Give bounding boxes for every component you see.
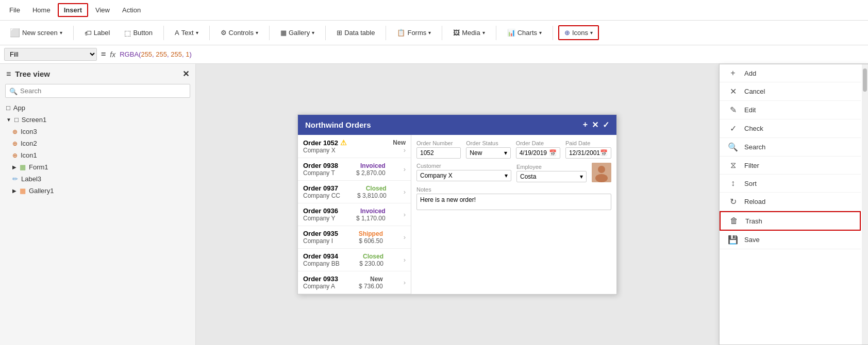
separator3 bbox=[209, 26, 210, 40]
chevron-down-icon4: ▾ bbox=[312, 30, 314, 36]
separator6 bbox=[386, 26, 386, 40]
icons-button[interactable]: ⊕ Icons ▾ bbox=[558, 25, 599, 40]
tree-item-icon1[interactable]: ⊕ Icon1 bbox=[0, 149, 195, 161]
order-number-field: Order Number 1052 bbox=[416, 140, 461, 159]
tree-item-icon2[interactable]: ⊕ Icon2 bbox=[0, 137, 195, 149]
add-icon[interactable]: + bbox=[583, 120, 588, 130]
check-icon[interactable]: ✓ bbox=[603, 120, 609, 130]
check-dropdown-icon: ✓ bbox=[728, 124, 738, 133]
menu-file[interactable]: File bbox=[4, 4, 25, 16]
paid-date-field: Paid Date 12/31/2001 📅 bbox=[565, 140, 611, 159]
dropdown-search[interactable]: 🔍 Search bbox=[720, 138, 861, 157]
order-item-0936[interactable]: Order 0936 Company Y Invoiced $ 1,170.00… bbox=[298, 203, 411, 226]
tree-item-screen1[interactable]: ▼ □ Screen1 bbox=[0, 114, 195, 126]
edit-dropdown-icon: ✎ bbox=[728, 105, 738, 115]
dropdown-label: Trash bbox=[745, 217, 762, 225]
hamburger-icon: ≡ bbox=[6, 70, 11, 79]
tree-item-label3[interactable]: ✏ Label3 bbox=[0, 173, 195, 185]
label-button[interactable]: 🏷 Label bbox=[79, 26, 116, 40]
right-panel: SCRE Scre Prop Fill Backg Imag + Add ✕ bbox=[719, 64, 868, 345]
forms-button[interactable]: 📋 Forms ▾ bbox=[391, 26, 437, 40]
canvas-area: Northwind Orders + ✕ ✓ Order 1052 ⚠ bbox=[196, 64, 719, 345]
menu-insert[interactable]: Insert bbox=[58, 3, 88, 17]
dropdown-label: Sort bbox=[744, 180, 757, 187]
charts-button[interactable]: 📊 Charts ▾ bbox=[502, 26, 547, 40]
dropdown-edit[interactable]: ✎ Edit bbox=[720, 101, 861, 119]
dropdown-save[interactable]: 💾 Save bbox=[720, 231, 861, 249]
menu-bar: File Home Insert View Action bbox=[0, 0, 868, 21]
order-item-0934[interactable]: Order 0934 Company BB Closed $ 230.00 › bbox=[298, 249, 411, 271]
notes-field: Notes Here is a new order! bbox=[416, 186, 611, 210]
dropdown-check[interactable]: ✓ Check bbox=[720, 119, 861, 138]
app-window: Northwind Orders + ✕ ✓ Order 1052 ⚠ bbox=[297, 114, 617, 295]
dropdown-sort[interactable]: ↕ Sort bbox=[720, 175, 861, 193]
scrollbar-thumb[interactable] bbox=[863, 68, 867, 92]
menu-view[interactable]: View bbox=[90, 4, 115, 16]
tree-item-gallery1[interactable]: ▶ ▦ Gallery1 bbox=[0, 185, 195, 197]
scrollbar-track[interactable] bbox=[862, 64, 868, 344]
order-item-0933[interactable]: Order 0933 Company A New $ 736.00 › bbox=[298, 271, 411, 294]
dropdown-filter[interactable]: ⧖ Filter bbox=[720, 157, 861, 175]
order-list: Order 1052 ⚠ Company X New › bbox=[298, 135, 411, 294]
dropdown-add[interactable]: + Add bbox=[720, 64, 861, 82]
text-button[interactable]: A Text ▾ bbox=[169, 26, 204, 40]
gallery1-icon: ▦ bbox=[20, 187, 26, 195]
dropdown-cancel[interactable]: ✕ Cancel bbox=[720, 82, 861, 101]
button-button[interactable]: ⬚ Button bbox=[119, 26, 158, 40]
gallery-icon: ▦ bbox=[280, 29, 287, 37]
app-icon: □ bbox=[6, 104, 10, 112]
tree-item-icon3[interactable]: ⊕ Icon3 bbox=[0, 126, 195, 137]
dropdown-label: Filter bbox=[744, 162, 759, 169]
tree-item-form1[interactable]: ▶ ▦ Form1 bbox=[0, 161, 195, 173]
close-x-icon[interactable]: ✕ bbox=[592, 120, 598, 130]
tree-item-label: Icon2 bbox=[21, 140, 37, 147]
dropdown-label: Add bbox=[744, 70, 756, 77]
close-icon[interactable]: ✕ bbox=[182, 69, 189, 79]
dropdown-trash[interactable]: 🗑 Trash bbox=[720, 211, 861, 231]
sidebar-search-input[interactable] bbox=[5, 84, 190, 98]
separator5 bbox=[325, 26, 326, 40]
icon2-icon: ⊕ bbox=[12, 140, 18, 147]
new-screen-button[interactable]: ⬜ New screen ▾ bbox=[4, 25, 68, 41]
controls-button[interactable]: ⚙ Controls ▾ bbox=[215, 26, 264, 40]
tree-item-label: Gallery1 bbox=[29, 187, 54, 195]
property-selector[interactable]: Fill bbox=[4, 48, 97, 61]
dropdown-reload[interactable]: ↻ Reload bbox=[720, 193, 861, 211]
save-dropdown-icon: 💾 bbox=[728, 235, 738, 245]
chevron-down-icon3: ▾ bbox=[256, 30, 258, 36]
reload-dropdown-icon: ↻ bbox=[728, 197, 738, 206]
dropdown-label: Reload bbox=[744, 198, 765, 205]
formula-bar: Fill = fx RGBA(255, 255, 255, 1) bbox=[0, 45, 868, 64]
order-item-0938[interactable]: Order 0938 Company T Invoiced $ 2,870.00… bbox=[298, 158, 411, 181]
menu-home[interactable]: Home bbox=[27, 4, 56, 16]
gallery-button[interactable]: ▦ Gallery ▾ bbox=[275, 26, 320, 40]
app-body: Order 1052 ⚠ Company X New › bbox=[298, 135, 616, 294]
separator9 bbox=[553, 26, 553, 40]
forms-icon: 📋 bbox=[397, 29, 405, 37]
calendar-icon: 📅 bbox=[549, 149, 557, 157]
new-screen-icon: ⬜ bbox=[10, 28, 20, 38]
dropdown-label: Check bbox=[744, 125, 763, 132]
menu-action[interactable]: Action bbox=[117, 4, 146, 16]
cancel-dropdown-icon: ✕ bbox=[728, 87, 738, 96]
media-icon: 🖼 bbox=[453, 29, 460, 37]
gallery1-expand: ▶ bbox=[12, 188, 16, 194]
search-icon: 🔍 bbox=[9, 87, 18, 95]
label-icon: 🏷 bbox=[85, 29, 92, 37]
add-dropdown-icon: + bbox=[728, 68, 738, 78]
button-icon: ⬚ bbox=[124, 29, 131, 37]
dropdown-label: Save bbox=[744, 236, 760, 244]
equals-sign: = bbox=[101, 50, 106, 59]
warning-icon: ⚠ bbox=[340, 139, 347, 147]
order-item-0937[interactable]: Order 0937 Company CC Closed $ 3,810.00 … bbox=[298, 181, 411, 203]
screen1-icon: □ bbox=[14, 116, 19, 124]
expand-arrow: ▼ bbox=[6, 117, 11, 123]
order-date-field: Order Date 4/19/2019 📅 bbox=[516, 140, 560, 159]
media-button[interactable]: 🖼 Media ▾ bbox=[447, 26, 490, 40]
data-table-button[interactable]: ⊞ Data table bbox=[331, 26, 380, 40]
order-item-0935[interactable]: Order 0935 Company I Shipped $ 606.50 › bbox=[298, 226, 411, 249]
order-item-1052[interactable]: Order 1052 ⚠ Company X New › bbox=[298, 135, 411, 158]
svg-point-1 bbox=[598, 166, 605, 173]
chevron-down-icon8: ▾ bbox=[590, 30, 593, 36]
tree-item-app[interactable]: □ App bbox=[0, 102, 195, 114]
